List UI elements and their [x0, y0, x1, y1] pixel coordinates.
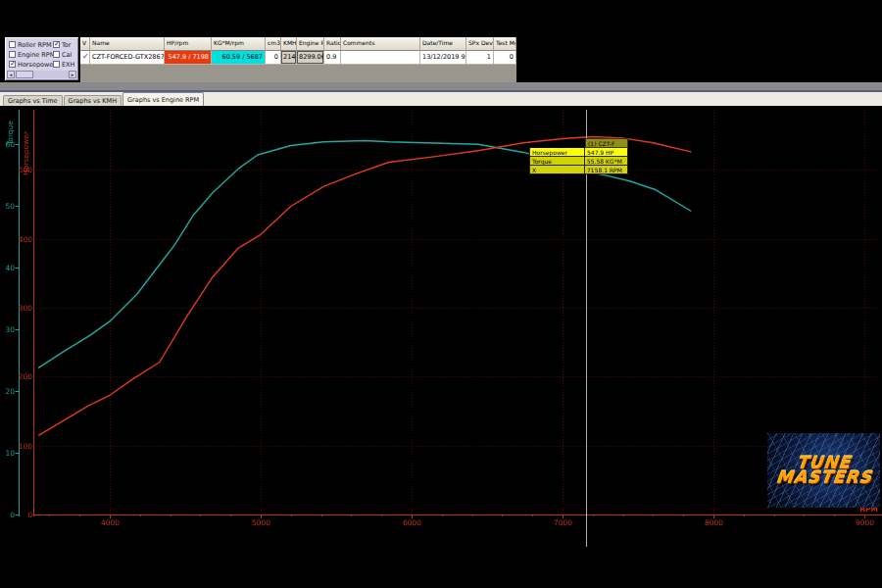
col-header-cm3[interactable]: cm3 — [266, 37, 281, 51]
checkbox-label: Engine RPM — [18, 51, 55, 59]
tooltip-value: 55.58 KG*M — [585, 157, 628, 166]
checkbox-label: Tor — [62, 41, 72, 49]
checkbox-torque[interactable]: ✓ Tor — [53, 40, 72, 49]
graph-tab-bar: Graphs vs Time Graphs vs KMH Graphs vs E… — [0, 92, 882, 106]
col-header-ratio[interactable]: Ratio — [324, 37, 341, 51]
cell-comments[interactable] — [341, 51, 420, 65]
table-row[interactable]: ✓ CZT-FORCED-GTX2867-ECU-MAS 547.9 / 719… — [80, 51, 516, 65]
checkbox-icon[interactable] — [53, 51, 60, 58]
col-header-v[interactable]: V — [80, 37, 90, 51]
checkbox-icon[interactable]: ✓ — [53, 41, 60, 48]
cell-cm3[interactable]: 0 — [266, 51, 281, 65]
scrollbar-thumb[interactable] — [16, 71, 33, 78]
runs-table: V Name HP/rpm KG*M/rpm cm3 KMH Engine RP… — [80, 37, 516, 82]
tooltip-row-torque: Torque 55.58 KG*M — [529, 157, 628, 166]
table-empty-area — [80, 65, 516, 82]
checkbox-icon[interactable]: ✓ — [9, 61, 16, 68]
checkbox-cal[interactable]: Cal — [53, 50, 72, 59]
cell-kgm-rpm[interactable]: 60.59 / 5687 — [212, 51, 266, 65]
col-header-spx-device[interactable]: SPx Devic — [466, 37, 494, 51]
cell-test-mode[interactable]: 0 — [494, 51, 516, 65]
col-header-kmh[interactable]: KMH — [281, 37, 297, 51]
panel-scrollbar[interactable]: ◂ ▸ — [7, 71, 76, 78]
checkbox-icon[interactable] — [53, 61, 60, 68]
chart-cursor-line[interactable] — [586, 110, 587, 547]
tooltip-row-horsepower: Horsepower 547.9 HP — [529, 148, 628, 157]
cell-name[interactable]: CZT-FORCED-GTX2867-ECU-MAS — [90, 51, 165, 65]
checkbox-label: EXH — [62, 61, 74, 69]
tooltip-label: Horsepower — [529, 148, 585, 157]
checkbox-roller-rpm[interactable]: Roller RPM — [9, 40, 52, 49]
col-header-test-mode[interactable]: Test Mode — [494, 37, 516, 51]
col-header-engine-rpm[interactable]: Engine RPM — [297, 37, 324, 51]
tune-masters-logo: TUNE MASTERS — [767, 433, 880, 508]
tooltip-spacer — [529, 138, 585, 148]
checkbox-exh[interactable]: EXH — [53, 60, 74, 69]
dyno-graph-area: (1) CZT-F Horsepower 547.9 HP Torque 55.… — [0, 106, 882, 588]
cell-datetime[interactable]: 13/12/2019 9:51:13 A — [420, 51, 466, 65]
col-header-hp-rpm[interactable]: HP/rpm — [165, 37, 212, 51]
cell-hp-rpm[interactable]: 547.9 / 7198 — [165, 51, 212, 65]
tab-graphs-vs-kmh[interactable]: Graphs vs KMH — [64, 95, 122, 106]
col-header-name[interactable]: Name — [90, 37, 165, 51]
header-block: Roller RPM Engine RPM ✓ Horsepower ✓ Tor… — [0, 32, 882, 82]
scroll-right-icon[interactable]: ▸ — [69, 71, 76, 78]
divider-strip — [0, 82, 882, 90]
checkbox-engine-rpm[interactable]: Engine RPM — [9, 50, 55, 59]
cell-ratio[interactable]: 0.9 — [324, 51, 341, 65]
tooltip-title: (1) CZT-F — [585, 138, 628, 148]
col-header-comments[interactable]: Comments — [341, 37, 420, 51]
cell-spx-device[interactable]: 1 — [466, 51, 494, 65]
col-header-kgm-rpm[interactable]: KG*M/rpm — [212, 37, 266, 51]
logo-text-line2: MASTERS — [775, 470, 872, 485]
tooltip-label: X — [529, 166, 585, 174]
tab-graphs-vs-engine-rpm[interactable]: Graphs vs Engine RPM — [122, 92, 204, 106]
cell-engine-rpm[interactable]: 8299.068 — [297, 51, 324, 65]
row-check-icon[interactable]: ✓ — [80, 51, 90, 65]
scroll-left-icon[interactable]: ◂ — [7, 71, 15, 78]
channel-select-panel: Roller RPM Engine RPM ✓ Horsepower ✓ Tor… — [5, 37, 78, 80]
tab-graphs-vs-time[interactable]: Graphs vs Time — [3, 95, 63, 106]
checkbox-icon[interactable] — [9, 51, 16, 58]
tooltip-value: 547.9 HP — [585, 148, 628, 157]
tooltip-row-x: X 7158.1 RPM — [529, 166, 628, 174]
tooltip-value: 7158.1 RPM — [585, 166, 628, 174]
checkbox-label: Horsepower — [18, 61, 56, 69]
cell-kmh[interactable]: 214.3 — [281, 51, 297, 65]
tooltip-label: Torque — [529, 157, 585, 166]
col-header-datetime[interactable]: Date/Time — [420, 37, 466, 51]
checkbox-icon[interactable] — [9, 41, 16, 48]
checkbox-label: Cal — [62, 51, 72, 59]
checkbox-horsepower[interactable]: ✓ Horsepower — [9, 60, 56, 69]
checkbox-label: Roller RPM — [18, 41, 52, 49]
table-header-row: V Name HP/rpm KG*M/rpm cm3 KMH Engine RP… — [80, 37, 516, 51]
dyno-chart-canvas[interactable] — [0, 106, 882, 588]
chart-tooltip: (1) CZT-F Horsepower 547.9 HP Torque 55.… — [529, 138, 628, 174]
